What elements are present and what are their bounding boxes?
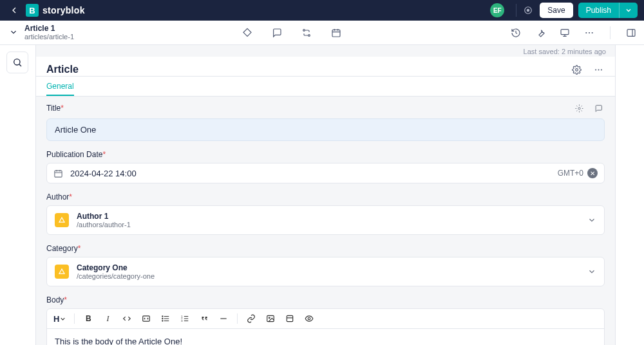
publish-dropdown[interactable] bbox=[619, 3, 638, 18]
schedule-button[interactable] bbox=[330, 26, 343, 39]
pubdate-input[interactable]: 2024-04-22 14:00 GMT+0 ✕ bbox=[46, 163, 605, 183]
svg-rect-9 bbox=[627, 29, 635, 36]
author-selector[interactable]: Author 1 /authors/author-1 bbox=[46, 205, 605, 235]
codeblock-icon bbox=[142, 314, 151, 323]
rte-bold[interactable]: B bbox=[82, 313, 94, 324]
list-icon bbox=[161, 314, 170, 323]
rte-inline-code[interactable] bbox=[121, 313, 133, 324]
rte-code-block[interactable] bbox=[140, 313, 152, 324]
panel-settings-button[interactable] bbox=[570, 63, 583, 76]
svg-point-7 bbox=[589, 32, 590, 33]
tools-button[interactable] bbox=[534, 26, 547, 39]
svg-rect-26 bbox=[287, 315, 293, 321]
rte-block[interactable] bbox=[284, 313, 296, 324]
pubdate-tz: GMT+0 bbox=[558, 169, 583, 178]
back-button[interactable] bbox=[6, 5, 22, 15]
preview-button[interactable] bbox=[558, 26, 571, 39]
author-slug: /authors/author-1 bbox=[77, 221, 131, 228]
svg-point-18 bbox=[162, 316, 163, 317]
collapse-toggle[interactable] bbox=[6, 25, 21, 39]
chevron-down-icon bbox=[625, 6, 632, 14]
field-comment-button[interactable] bbox=[592, 102, 605, 115]
publish-button[interactable]: Publish bbox=[578, 3, 619, 18]
record-icon[interactable] bbox=[522, 4, 535, 17]
search-icon bbox=[12, 57, 23, 68]
rte-image[interactable] bbox=[265, 313, 276, 324]
svg-rect-5 bbox=[561, 29, 569, 34]
workflow-icon bbox=[301, 28, 312, 38]
brand-name: storyblok bbox=[43, 5, 85, 15]
rte-preview[interactable] bbox=[303, 313, 315, 324]
more-button[interactable] bbox=[583, 26, 596, 39]
user-avatar[interactable]: EF bbox=[490, 3, 504, 17]
right-rail bbox=[616, 45, 644, 345]
gear-icon bbox=[572, 65, 582, 75]
quote-icon bbox=[200, 314, 209, 323]
rte-link[interactable] bbox=[245, 313, 257, 324]
svg-point-27 bbox=[308, 317, 311, 320]
svg-rect-4 bbox=[332, 30, 340, 37]
publish-group: Publish bbox=[578, 3, 638, 18]
wrench-icon bbox=[535, 28, 545, 38]
rte-ordered-list[interactable]: 123 bbox=[179, 313, 191, 324]
more-icon bbox=[594, 65, 603, 75]
reference-icon bbox=[55, 265, 69, 279]
field-body-label: Body* bbox=[46, 295, 67, 304]
search-button[interactable] bbox=[6, 51, 28, 73]
rte-heading-selector[interactable]: H bbox=[53, 314, 66, 324]
save-button[interactable]: Save bbox=[540, 3, 573, 18]
chevron-down-icon bbox=[587, 267, 596, 276]
tags-button[interactable] bbox=[241, 26, 254, 39]
svg-point-13 bbox=[598, 69, 599, 70]
chevron-down-icon bbox=[9, 28, 18, 37]
field-author: Author* Author 1 /authors/author-1 bbox=[46, 192, 605, 235]
rte-quote[interactable] bbox=[198, 313, 210, 324]
field-category-label: Category* bbox=[46, 244, 80, 253]
tag-icon bbox=[242, 28, 252, 38]
svg-point-1 bbox=[527, 9, 530, 12]
svg-point-10 bbox=[14, 59, 20, 65]
category-selector[interactable]: Category One /categories/category-one bbox=[46, 257, 605, 286]
rte-bullet-list[interactable] bbox=[160, 313, 171, 324]
rte-italic[interactable]: I bbox=[102, 313, 113, 324]
chevron-down-icon bbox=[59, 315, 66, 322]
svg-point-12 bbox=[595, 69, 596, 70]
history-button[interactable] bbox=[509, 26, 522, 39]
field-title: Title* bbox=[46, 102, 605, 141]
workflow-button[interactable] bbox=[300, 26, 313, 39]
pubdate-clear[interactable]: ✕ bbox=[587, 168, 598, 178]
comment-icon bbox=[594, 104, 603, 113]
ordered-list-icon: 123 bbox=[180, 314, 189, 323]
svg-point-11 bbox=[575, 68, 578, 71]
content-column: Last saved: 2 minutes ago Article Genera… bbox=[35, 45, 616, 345]
panel-more-button[interactable] bbox=[592, 63, 605, 76]
field-body: Body* H B I 123 bbox=[46, 295, 605, 345]
layout-toggle[interactable] bbox=[625, 26, 638, 39]
brand-logo: B bbox=[26, 4, 39, 17]
history-icon bbox=[511, 28, 521, 38]
sub-toolbar: Article 1 articles/article-1 bbox=[0, 21, 644, 45]
category-slug: /categories/category-one bbox=[77, 272, 155, 280]
field-category: Category* Category One /categories/categ… bbox=[46, 244, 605, 286]
rte-hr[interactable] bbox=[218, 313, 229, 324]
tab-general[interactable]: General bbox=[46, 77, 74, 96]
calendar-icon bbox=[53, 169, 63, 178]
title-input[interactable] bbox=[46, 118, 605, 141]
body-content[interactable]: This is the body of the Article One! bbox=[47, 329, 604, 345]
field-title-label: Title* bbox=[46, 104, 64, 113]
arrow-left-icon bbox=[9, 5, 19, 15]
svg-point-15 bbox=[578, 107, 580, 109]
divider bbox=[610, 26, 611, 39]
svg-point-14 bbox=[600, 69, 601, 70]
comments-button[interactable] bbox=[270, 26, 283, 39]
doc-title: Article 1 bbox=[24, 24, 74, 33]
svg-point-19 bbox=[162, 318, 163, 319]
comment-icon bbox=[272, 28, 282, 38]
chevron-down-icon bbox=[587, 216, 596, 225]
left-rail bbox=[0, 45, 35, 345]
last-saved: Last saved: 2 minutes ago bbox=[36, 45, 615, 57]
calendar-icon bbox=[331, 28, 341, 38]
svg-point-6 bbox=[585, 32, 587, 33]
field-settings-button[interactable] bbox=[573, 102, 585, 115]
rte-toolbar: H B I 123 bbox=[47, 309, 604, 329]
